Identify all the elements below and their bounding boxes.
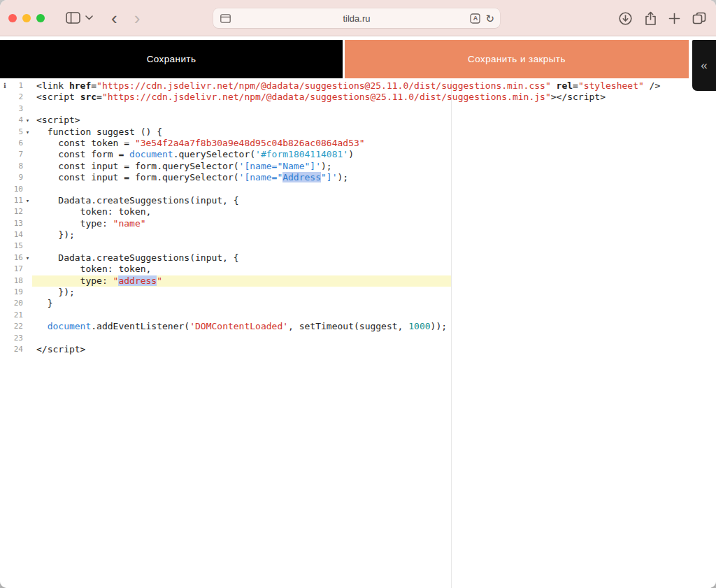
code-editor[interactable]: ℹ1<link href="https://cdn.jsdelivr.net/n… [0,80,716,588]
gutter: 4▾ [0,115,32,126]
close-window-button[interactable] [8,14,17,22]
code-text [32,310,36,321]
line-number: 8 [10,161,23,172]
code-text: <link href="https://cdn.jsdelivr.net/npm… [32,80,660,92]
line-number: 9 [10,172,23,183]
code-text: type: "address" [32,275,162,287]
code-text: token: token, [32,206,151,217]
info-icon: ℹ [0,80,10,92]
gutter: 6 [0,138,32,149]
forward-icon[interactable]: › [134,9,141,27]
share-icon[interactable] [645,11,657,26]
gutter: 17 [0,264,32,275]
code-text: Dadata.createSuggestions(input, { [32,195,239,206]
code-line[interactable]: 12 token: token, [0,206,716,217]
tab-overview-icon[interactable] [692,12,706,24]
line-number: 22 [10,321,23,332]
code-line[interactable]: 16▾ Dadata.createSuggestions(input, { [0,252,716,264]
code-line[interactable]: 7 const form = document.querySelector('#… [0,149,716,160]
page-content: Сохранить Сохранить и закрыть « ℹ1<link … [0,36,716,588]
code-line[interactable]: 4▾<script> [0,115,716,126]
code-line[interactable]: 3 [0,103,716,115]
gutter: 18 [0,275,32,287]
line-number: 7 [10,149,23,160]
new-tab-icon[interactable] [668,13,680,24]
downloads-icon[interactable] [618,11,633,26]
fold-arrow-icon[interactable]: ▾ [23,127,32,138]
back-icon[interactable]: ‹ [111,9,117,27]
code-line[interactable]: 21 [0,310,716,321]
browser-toolbar: ‹ › tilda.ru A ↻ [0,0,716,36]
save-and-close-button[interactable]: Сохранить и закрыть [345,40,689,78]
code-line[interactable]: 14 }); [0,229,716,241]
code-line[interactable]: 13 type: "name" [0,218,716,229]
gutter: ℹ1 [0,80,32,92]
code-line[interactable]: 9 const input = form.querySelector('[nam… [0,172,716,183]
fold-arrow-icon[interactable]: ▾ [23,252,32,264]
gutter: 21 [0,310,32,321]
minimize-window-button[interactable] [22,14,31,22]
code-text: }); [32,287,75,298]
toolbar-right-cluster [618,0,706,36]
gutter: 5▾ [0,127,32,138]
gutter: 13 [0,218,32,229]
gutter: 11▾ [0,195,32,206]
line-number: 19 [10,287,23,298]
fold-arrow-icon[interactable]: ▾ [23,115,32,126]
code-line[interactable]: 5▾ function suggest () { [0,127,716,138]
code-line[interactable]: 2<script src="https://cdn.jsdelivr.net/n… [0,92,716,103]
translate-icon[interactable]: A [470,13,480,24]
line-number: 13 [10,218,23,229]
gutter: 14 [0,229,32,241]
gutter: 22 [0,321,32,332]
code-line[interactable]: ℹ1<link href="https://cdn.jsdelivr.net/n… [0,80,716,92]
window-controls [66,12,93,24]
code-text: type: "name" [32,218,146,229]
code-line[interactable]: 10 [0,184,716,195]
browser-window: ‹ › tilda.ru A ↻ [0,0,716,588]
code-text: const input = form.querySelector('[name=… [32,161,332,172]
gutter: 2 [0,92,32,103]
save-button[interactable]: Сохранить [0,40,343,78]
address-bar-actions: A ↻ [470,13,494,24]
gutter: 15 [0,241,32,252]
line-number: 16 [10,252,23,264]
gutter: 12 [0,206,32,217]
reload-icon[interactable]: ↻ [485,13,494,24]
code-line[interactable]: 18 type: "address" [0,275,716,287]
code-text: const token = "3e54f2a4a7f8b30a9e48d95c0… [32,138,365,149]
code-line[interactable]: 24</script> [0,344,716,355]
gutter: 20 [0,298,32,309]
fold-arrow-icon[interactable]: ▾ [23,195,32,206]
sidebar-toggle-icon[interactable] [66,12,80,24]
code-line[interactable]: 20 } [0,298,716,309]
traffic-lights [0,14,45,22]
code-line[interactable]: 6 const token = "3e54f2a4a7f8b30a9e48d95… [0,138,716,149]
code-line[interactable]: 15 [0,241,716,252]
code-text: </script> [32,344,85,355]
code-text [32,184,36,195]
line-number: 5 [10,127,23,138]
gutter: 23 [0,333,32,344]
code-lines: ℹ1<link href="https://cdn.jsdelivr.net/n… [0,80,716,355]
code-line[interactable]: 23 [0,333,716,344]
code-line[interactable]: 11▾ Dadata.createSuggestions(input, { [0,195,716,206]
url-text: tilda.ru [213,13,500,24]
address-bar[interactable]: tilda.ru A ↻ [213,8,500,28]
line-number: 3 [10,103,23,115]
chevron-down-icon[interactable] [85,15,93,20]
code-line[interactable]: 22 document.addEventListener('DOMContent… [0,321,716,332]
code-line[interactable]: 17 token: token, [0,264,716,275]
code-line[interactable]: 8 const input = form.querySelector('[nam… [0,161,716,172]
gutter: 24 [0,344,32,355]
code-line[interactable]: 19 }); [0,287,716,298]
gutter: 19 [0,287,32,298]
zoom-window-button[interactable] [36,14,45,22]
code-text: Dadata.createSuggestions(input, { [32,252,239,264]
code-text [32,333,36,344]
line-number: 2 [10,92,23,103]
code-text: const form = document.querySelector('#fo… [32,149,354,160]
gutter: 8 [0,161,32,172]
gutter: 10 [0,184,32,195]
line-number: 21 [10,310,23,321]
